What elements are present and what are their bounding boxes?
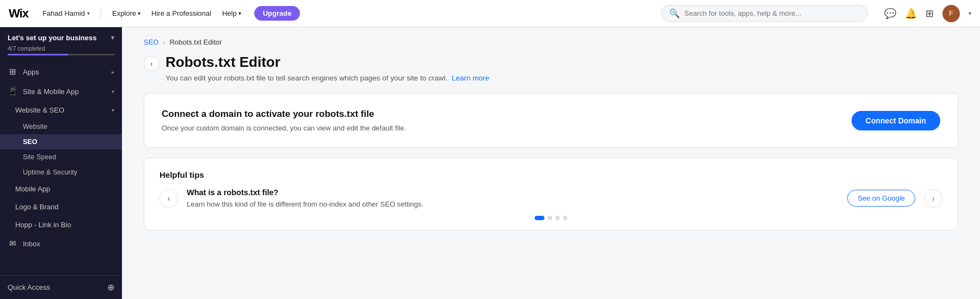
site-mobile-icon: 📱 [8,86,17,96]
site-mobile-label: Site & Mobile App [23,88,79,96]
tip-carousel: ‹ What is a robots.txt file? Learn how t… [160,188,942,208]
connect-domain-card: Connect a domain to activate your robots… [144,93,958,148]
helpful-tips-title: Helpful tips [160,170,942,179]
apps-label: Apps [23,68,39,76]
avatar[interactable]: F [942,5,960,22]
seo-label: SEO [23,138,37,146]
tip-actions: See on Google [847,190,915,207]
progress-bar [8,54,114,55]
website-seo-chevron-icon: ▾ [112,107,114,113]
quick-access-label: Quick Access [8,283,50,291]
user-menu[interactable]: Fahad Hamid ▾ [42,9,90,17]
helpful-tips-card: Helpful tips ‹ What is a robots.txt file… [144,158,958,231]
help-chevron-icon: ▾ [238,10,241,16]
sidebar-sub-item-uptime-security[interactable]: Uptime & Security [0,165,122,180]
quick-access-icon: ⊕ [107,282,114,292]
page-title-area: Robots.txt Editor You can edit your robo… [166,54,489,82]
carousel-dot-1[interactable] [535,216,544,220]
logo-brand-label: Logo & Brand [15,203,59,211]
sidebar-apps-section: ⊞ Apps ▸ 📱 Site & Mobile App ▾ Website &… [0,61,122,254]
explore-label: Explore [112,9,136,17]
sidebar-setup-section[interactable]: Let's set up your business ▾ [0,27,122,44]
user-chevron-icon: ▾ [87,10,90,16]
breadcrumb: SEO › Robots.txt Editor [144,38,958,46]
progress-label: 4/7 completed [8,45,45,52]
connect-domain-title: Connect a domain to activate your robots… [162,109,406,120]
hire-professional-link[interactable]: Hire a Professional [151,9,211,17]
back-button[interactable]: ‹ [144,56,159,71]
sidebar-progress: 4/7 completed [0,44,122,61]
wix-logo: Wix [9,7,28,21]
nav-action-icons: 💬 🔔 ⊞ F ▾ [884,5,971,22]
page-title: Robots.txt Editor [166,54,489,71]
sidebar-quick-access[interactable]: Quick Access ⊕ [0,275,122,299]
carousel-dot-4[interactable] [563,216,567,220]
site-speed-label: Site Speed [23,153,56,161]
connect-domain-description: Once your custom domain is connected, yo… [162,124,406,132]
tip-description: Learn how this kind of file is different… [187,200,838,208]
avatar-initials: F [949,9,953,17]
carousel-dots [160,216,942,220]
site-mobile-chevron-icon: ▾ [112,89,114,95]
setup-chevron-icon: ▾ [111,34,114,41]
breadcrumb-separator: › [163,39,165,46]
breadcrumb-seo[interactable]: SEO [144,38,158,46]
carousel-dot-3[interactable] [555,216,560,220]
avatar-chevron-icon: ▾ [969,10,971,16]
tip-title: What is a robots.txt file? [187,188,838,197]
sidebar-sub-item-site-speed[interactable]: Site Speed [0,149,122,165]
tip-content: What is a robots.txt file? Learn how thi… [187,188,838,208]
apps-chevron-icon: ▸ [112,69,114,75]
top-navigation: Wix Fahad Hamid ▾ Explore ▾ Hire a Profe… [0,0,980,27]
sidebar-item-apps[interactable]: ⊞ Apps ▸ [0,62,122,82]
inbox-label: Inbox [23,240,40,248]
sidebar-sub-item-seo[interactable]: SEO [0,134,122,149]
progress-bar-fill [8,54,69,55]
website-seo-submenu: Website & SEO ▾ Website SEO Site Speed U… [0,101,122,180]
upgrade-button[interactable]: Upgrade [254,6,301,21]
main-content: SEO › Robots.txt Editor ‹ Robots.txt Edi… [122,27,980,299]
uptime-security-label: Uptime & Security [23,169,77,176]
learn-more-link[interactable]: Learn more [452,74,489,82]
sidebar-item-mobile-app[interactable]: Mobile App [0,180,122,198]
inbox-icon: ✉ [8,239,17,248]
page-description: You can edit your robots.txt file to tel… [166,74,489,82]
website-seo-label: Website & SEO [15,106,64,114]
hopp-label: Hopp - Link in Bio [15,221,71,229]
search-bar[interactable]: 🔍 [661,5,868,22]
setup-label: Let's set up your business [8,34,96,42]
main-layout: Let's set up your business ▾ 4/7 complet… [0,27,980,299]
apps-grid-icon[interactable]: ⊞ [926,8,934,20]
nav-divider [101,8,101,19]
sidebar-item-logo-brand[interactable]: Logo & Brand [0,198,122,216]
sidebar-item-inbox[interactable]: ✉ Inbox [0,234,122,253]
notifications-icon[interactable]: 🔔 [905,8,917,20]
connect-domain-button[interactable]: Connect Domain [852,111,940,130]
website-label: Website [23,123,47,130]
help-menu[interactable]: Help ▾ [222,9,241,17]
search-input[interactable] [684,9,860,17]
see-on-google-button[interactable]: See on Google [847,190,915,207]
connect-domain-text: Connect a domain to activate your robots… [162,109,406,132]
search-icon: 🔍 [669,8,680,18]
sidebar: Let's set up your business ▾ 4/7 complet… [0,27,122,299]
explore-chevron-icon: ▾ [138,10,140,16]
breadcrumb-current: Robots.txt Editor [169,38,222,46]
user-name: Fahad Hamid [42,9,85,17]
sidebar-item-hopp[interactable]: Hopp - Link in Bio [0,216,122,234]
mobile-app-label: Mobile App [15,185,50,193]
messages-icon[interactable]: 💬 [884,8,896,20]
carousel-next-button[interactable]: › [924,189,942,208]
apps-icon: ⊞ [8,67,17,77]
explore-menu[interactable]: Explore ▾ [112,9,140,17]
sidebar-sub-item-website[interactable]: Website [0,119,122,134]
carousel-prev-button[interactable]: ‹ [160,189,178,208]
carousel-dot-2[interactable] [548,216,552,220]
sidebar-item-site-mobile[interactable]: 📱 Site & Mobile App ▾ [0,82,122,101]
page-header: ‹ Robots.txt Editor You can edit your ro… [144,54,958,82]
sidebar-item-website-seo[interactable]: Website & SEO ▾ [0,101,122,119]
